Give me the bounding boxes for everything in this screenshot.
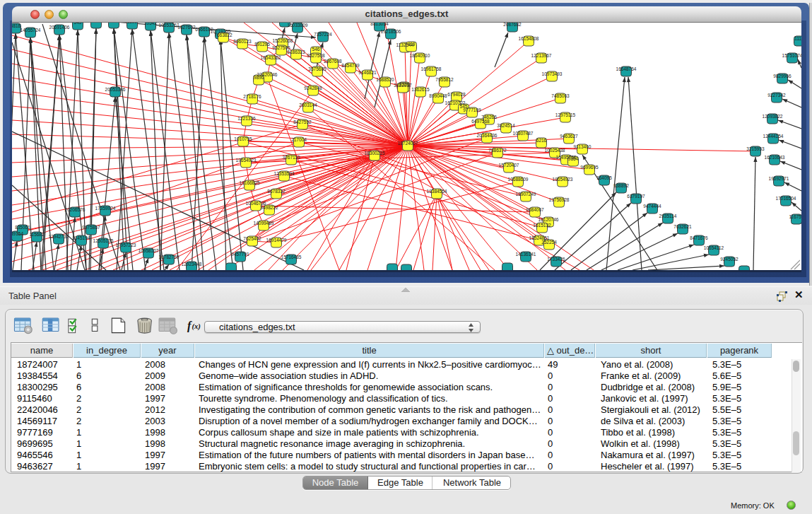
svg-text:7357224: 7357224	[314, 32, 332, 37]
svg-text:12975115: 12975115	[555, 112, 576, 117]
svg-text:15751074: 15751074	[782, 53, 801, 58]
svg-text:9120: 9120	[91, 23, 102, 23]
svg-text:12353594: 12353594	[274, 171, 295, 176]
svg-text:16120746: 16120746	[539, 217, 559, 222]
svg-text:14099489: 14099489	[254, 221, 274, 226]
svg-text:9146821: 9146821	[358, 70, 377, 75]
svg-text:8471676: 8471676	[690, 235, 708, 240]
svg-text:1145194: 1145194	[73, 235, 90, 240]
svg-text:9777169: 9777169	[463, 107, 481, 112]
svg-text:17359924: 17359924	[95, 206, 116, 211]
svg-text:3824514: 3824514	[497, 123, 515, 128]
svg-text:19218506: 19218506	[381, 29, 401, 34]
svg-text:9975867: 9975867	[82, 225, 100, 230]
svg-text:1615132: 1615132	[533, 223, 551, 228]
svg-text:18300215: 18300215	[365, 151, 385, 156]
svg-text:9113460: 9113460	[574, 144, 592, 149]
svg-text:10653267: 10653267	[159, 23, 180, 28]
svg-text:8454749: 8454749	[341, 63, 360, 68]
svg-text:12444154: 12444154	[763, 134, 784, 139]
svg-text:20058: 20058	[107, 23, 120, 23]
svg-text:15226058: 15226058	[273, 38, 293, 43]
svg-text:938892: 938892	[613, 183, 629, 188]
svg-text:6497568: 6497568	[471, 119, 490, 124]
svg-text:3575685: 3575685	[308, 66, 326, 71]
svg-text:9474444: 9474444	[643, 204, 661, 209]
svg-text:18640910: 18640910	[410, 53, 430, 58]
svg-text:10958107: 10958107	[139, 248, 159, 253]
svg-text:419: 419	[408, 42, 416, 47]
svg-text:8960123: 8960123	[233, 39, 252, 44]
svg-text:19756928: 19756928	[549, 197, 570, 202]
svg-text:16033809: 16033809	[288, 23, 308, 28]
svg-text:1010755: 1010755	[234, 136, 252, 141]
svg-text:19654923: 19654923	[236, 158, 257, 163]
svg-text:3267110: 3267110	[283, 155, 300, 160]
svg-text:3215953: 3215953	[746, 146, 765, 151]
svg-text:546: 546	[312, 47, 320, 52]
svg-text:217004: 217004	[291, 137, 307, 142]
svg-text:2087682: 2087682	[503, 23, 522, 27]
svg-text:1112: 1112	[794, 36, 801, 41]
svg-text:116753: 116753	[789, 214, 801, 219]
svg-text:7632621: 7632621	[673, 224, 692, 229]
svg-text:14136141: 14136141	[516, 252, 536, 257]
svg-text:8186323: 8186323	[287, 49, 305, 54]
svg-text:2718176: 2718176	[243, 94, 261, 99]
svg-text:10025438: 10025438	[545, 148, 565, 153]
svg-text:7625402: 7625402	[243, 236, 261, 241]
svg-text:9527508: 9527508	[307, 53, 325, 58]
svg-text:835061: 835061	[15, 225, 30, 230]
svg-text:3498222: 3498222	[260, 205, 278, 210]
svg-text:9457791: 9457791	[231, 252, 249, 257]
svg-text:8990448: 8990448	[429, 93, 447, 98]
svg-text:16782759: 16782759	[159, 255, 180, 259]
svg-text:1527602: 1527602	[177, 25, 196, 30]
svg-text:20206576: 20206576	[65, 207, 86, 212]
svg-text:19654923: 19654923	[553, 177, 573, 182]
svg-text:14055724: 14055724	[20, 28, 41, 33]
svg-text:891295: 891295	[254, 42, 270, 47]
svg-text:7485063: 7485063	[551, 93, 570, 98]
svg-text:10542: 10542	[144, 23, 157, 25]
svg-text:115682: 115682	[29, 232, 45, 237]
svg-text:543: 543	[74, 23, 82, 25]
svg-text:16154808: 16154808	[519, 36, 539, 41]
svg-text:17957223: 17957223	[116, 243, 136, 247]
svg-text:6379197: 6379197	[627, 194, 645, 199]
svg-text:7663822: 7663822	[214, 33, 233, 37]
svg-text:12923448: 12923448	[182, 262, 202, 267]
svg-text:10807487: 10807487	[513, 131, 534, 136]
svg-text:6216: 6216	[536, 138, 547, 143]
svg-text:9699695: 9699695	[580, 165, 599, 170]
svg-text:8427552: 8427552	[293, 119, 312, 124]
svg-text:16961758: 16961758	[421, 66, 442, 71]
svg-text:19166825: 19166825	[240, 180, 260, 185]
svg-text:9463627: 9463627	[560, 134, 578, 139]
svg-text:6794028: 6794028	[447, 92, 466, 97]
svg-text:1362615: 1362615	[411, 87, 430, 92]
svg-text:10688609: 10688609	[508, 177, 529, 182]
svg-text:164095: 164095	[596, 175, 612, 180]
svg-text:2967608: 2967608	[324, 59, 342, 64]
svg-text:(x): (x)	[192, 322, 201, 331]
svg-text:7955812: 7955812	[435, 77, 454, 82]
svg-text:1221336: 1221336	[237, 116, 256, 121]
svg-text:19384554: 19384554	[427, 189, 447, 194]
svg-text:16914479: 16914479	[266, 238, 287, 243]
svg-text:8813054: 8813054	[370, 23, 389, 26]
svg-text:10973493: 10973493	[542, 71, 563, 76]
svg-text:12093822: 12093822	[763, 114, 783, 119]
svg-text:9242848: 9242848	[304, 86, 322, 90]
svg-text:16210643: 16210643	[765, 155, 785, 160]
svg-text:3822037: 3822037	[394, 83, 412, 88]
svg-text:1733426: 1733426	[547, 257, 565, 262]
svg-text:16648764: 16648764	[616, 66, 637, 71]
svg-text:18907249: 18907249	[516, 192, 536, 197]
svg-text:2935114: 2935114	[659, 214, 677, 218]
svg-text:9684067: 9684067	[526, 207, 544, 212]
svg-text:10654112: 10654112	[704, 245, 724, 250]
svg-text:9245052: 9245052	[720, 257, 739, 262]
svg-text:8678332: 8678332	[267, 189, 286, 194]
svg-text:9896: 9896	[254, 75, 264, 80]
